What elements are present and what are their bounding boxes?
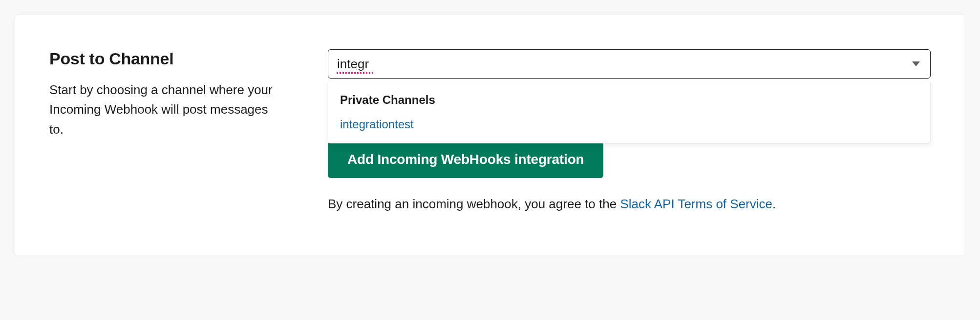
post-to-channel-card: Post to Channel Start by choosing a chan… bbox=[15, 15, 965, 256]
channel-dropdown: Private Channels integrationtest bbox=[328, 82, 931, 143]
dropdown-option-integrationtest[interactable]: integrationtest bbox=[328, 112, 930, 136]
terms-text: By creating an incoming webhook, you agr… bbox=[328, 197, 931, 212]
add-incoming-webhooks-button[interactable]: Add Incoming WebHooks integration bbox=[328, 142, 603, 178]
dropdown-group-label: Private Channels bbox=[328, 82, 930, 112]
section-title: Post to Channel bbox=[49, 49, 279, 68]
left-column: Post to Channel Start by choosing a chan… bbox=[49, 49, 279, 139]
terms-link[interactable]: Slack API Terms of Service bbox=[620, 197, 772, 211]
form-row: Post to Channel Start by choosing a chan… bbox=[49, 49, 931, 212]
right-column: Private Channels integrationtest Add Inc… bbox=[328, 49, 931, 212]
terms-suffix: . bbox=[772, 197, 776, 211]
section-description: Start by choosing a channel where your I… bbox=[49, 80, 279, 139]
channel-search-input[interactable] bbox=[328, 49, 931, 79]
terms-prefix: By creating an incoming webhook, you agr… bbox=[328, 197, 620, 211]
channel-select[interactable]: Private Channels integrationtest bbox=[328, 49, 931, 79]
